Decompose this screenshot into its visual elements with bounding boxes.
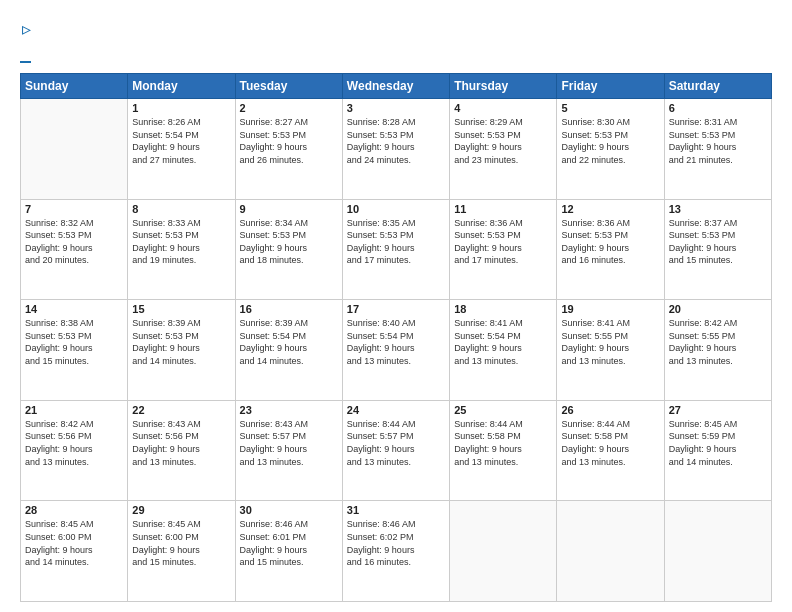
day-number: 5 — [561, 102, 659, 114]
page: ▹ SundayMondayTuesdayWednesdayThursdayFr… — [0, 0, 792, 612]
day-number: 6 — [669, 102, 767, 114]
day-info: Sunrise: 8:36 AMSunset: 5:53 PMDaylight:… — [561, 217, 659, 267]
day-info: Sunrise: 8:46 AMSunset: 6:01 PMDaylight:… — [240, 518, 338, 568]
day-number: 17 — [347, 303, 445, 315]
day-number: 30 — [240, 504, 338, 516]
day-info: Sunrise: 8:44 AMSunset: 5:57 PMDaylight:… — [347, 418, 445, 468]
calendar-cell: 27Sunrise: 8:45 AMSunset: 5:59 PMDayligh… — [664, 400, 771, 501]
day-number: 28 — [25, 504, 123, 516]
day-number: 4 — [454, 102, 552, 114]
calendar-cell: 11Sunrise: 8:36 AMSunset: 5:53 PMDayligh… — [450, 199, 557, 300]
calendar-cell — [21, 99, 128, 200]
day-info: Sunrise: 8:44 AMSunset: 5:58 PMDaylight:… — [454, 418, 552, 468]
day-number: 10 — [347, 203, 445, 215]
calendar-cell: 29Sunrise: 8:45 AMSunset: 6:00 PMDayligh… — [128, 501, 235, 602]
calendar-cell: 22Sunrise: 8:43 AMSunset: 5:56 PMDayligh… — [128, 400, 235, 501]
calendar-cell: 4Sunrise: 8:29 AMSunset: 5:53 PMDaylight… — [450, 99, 557, 200]
day-number: 8 — [132, 203, 230, 215]
weekday-header-tuesday: Tuesday — [235, 74, 342, 99]
day-number: 22 — [132, 404, 230, 416]
week-row-1: 1Sunrise: 8:26 AMSunset: 5:54 PMDaylight… — [21, 99, 772, 200]
calendar-cell: 23Sunrise: 8:43 AMSunset: 5:57 PMDayligh… — [235, 400, 342, 501]
calendar-cell: 19Sunrise: 8:41 AMSunset: 5:55 PMDayligh… — [557, 300, 664, 401]
calendar-cell: 1Sunrise: 8:26 AMSunset: 5:54 PMDaylight… — [128, 99, 235, 200]
calendar-cell: 15Sunrise: 8:39 AMSunset: 5:53 PMDayligh… — [128, 300, 235, 401]
calendar-cell: 20Sunrise: 8:42 AMSunset: 5:55 PMDayligh… — [664, 300, 771, 401]
day-number: 2 — [240, 102, 338, 114]
day-info: Sunrise: 8:32 AMSunset: 5:53 PMDaylight:… — [25, 217, 123, 267]
day-info: Sunrise: 8:26 AMSunset: 5:54 PMDaylight:… — [132, 116, 230, 166]
week-row-5: 28Sunrise: 8:45 AMSunset: 6:00 PMDayligh… — [21, 501, 772, 602]
day-info: Sunrise: 8:41 AMSunset: 5:55 PMDaylight:… — [561, 317, 659, 367]
day-info: Sunrise: 8:45 AMSunset: 5:59 PMDaylight:… — [669, 418, 767, 468]
calendar-cell: 16Sunrise: 8:39 AMSunset: 5:54 PMDayligh… — [235, 300, 342, 401]
day-number: 19 — [561, 303, 659, 315]
calendar-cell: 31Sunrise: 8:46 AMSunset: 6:02 PMDayligh… — [342, 501, 449, 602]
day-info: Sunrise: 8:37 AMSunset: 5:53 PMDaylight:… — [669, 217, 767, 267]
day-info: Sunrise: 8:42 AMSunset: 5:56 PMDaylight:… — [25, 418, 123, 468]
calendar-cell: 28Sunrise: 8:45 AMSunset: 6:00 PMDayligh… — [21, 501, 128, 602]
day-number: 27 — [669, 404, 767, 416]
day-info: Sunrise: 8:45 AMSunset: 6:00 PMDaylight:… — [132, 518, 230, 568]
day-number: 31 — [347, 504, 445, 516]
day-number: 16 — [240, 303, 338, 315]
weekday-header-sunday: Sunday — [21, 74, 128, 99]
calendar-cell: 5Sunrise: 8:30 AMSunset: 5:53 PMDaylight… — [557, 99, 664, 200]
day-info: Sunrise: 8:44 AMSunset: 5:58 PMDaylight:… — [561, 418, 659, 468]
day-number: 25 — [454, 404, 552, 416]
header: ▹ — [20, 18, 772, 63]
day-number: 1 — [132, 102, 230, 114]
calendar-cell — [664, 501, 771, 602]
calendar-cell: 21Sunrise: 8:42 AMSunset: 5:56 PMDayligh… — [21, 400, 128, 501]
day-info: Sunrise: 8:28 AMSunset: 5:53 PMDaylight:… — [347, 116, 445, 166]
calendar-cell: 25Sunrise: 8:44 AMSunset: 5:58 PMDayligh… — [450, 400, 557, 501]
day-info: Sunrise: 8:31 AMSunset: 5:53 PMDaylight:… — [669, 116, 767, 166]
calendar-cell: 17Sunrise: 8:40 AMSunset: 5:54 PMDayligh… — [342, 300, 449, 401]
calendar-cell: 12Sunrise: 8:36 AMSunset: 5:53 PMDayligh… — [557, 199, 664, 300]
calendar-cell: 26Sunrise: 8:44 AMSunset: 5:58 PMDayligh… — [557, 400, 664, 501]
day-number: 13 — [669, 203, 767, 215]
calendar-cell: 8Sunrise: 8:33 AMSunset: 5:53 PMDaylight… — [128, 199, 235, 300]
calendar-cell: 3Sunrise: 8:28 AMSunset: 5:53 PMDaylight… — [342, 99, 449, 200]
weekday-header-wednesday: Wednesday — [342, 74, 449, 99]
calendar-table: SundayMondayTuesdayWednesdayThursdayFrid… — [20, 73, 772, 602]
weekday-header-row: SundayMondayTuesdayWednesdayThursdayFrid… — [21, 74, 772, 99]
day-number: 14 — [25, 303, 123, 315]
calendar-cell: 30Sunrise: 8:46 AMSunset: 6:01 PMDayligh… — [235, 501, 342, 602]
day-info: Sunrise: 8:34 AMSunset: 5:53 PMDaylight:… — [240, 217, 338, 267]
calendar-cell: 10Sunrise: 8:35 AMSunset: 5:53 PMDayligh… — [342, 199, 449, 300]
weekday-header-monday: Monday — [128, 74, 235, 99]
day-info: Sunrise: 8:35 AMSunset: 5:53 PMDaylight:… — [347, 217, 445, 267]
day-number: 11 — [454, 203, 552, 215]
week-row-4: 21Sunrise: 8:42 AMSunset: 5:56 PMDayligh… — [21, 400, 772, 501]
day-info: Sunrise: 8:39 AMSunset: 5:53 PMDaylight:… — [132, 317, 230, 367]
day-info: Sunrise: 8:45 AMSunset: 6:00 PMDaylight:… — [25, 518, 123, 568]
logo-bird-icon: ▹ — [22, 18, 31, 40]
day-number: 12 — [561, 203, 659, 215]
calendar-cell — [557, 501, 664, 602]
day-info: Sunrise: 8:39 AMSunset: 5:54 PMDaylight:… — [240, 317, 338, 367]
calendar-cell: 7Sunrise: 8:32 AMSunset: 5:53 PMDaylight… — [21, 199, 128, 300]
day-number: 15 — [132, 303, 230, 315]
day-info: Sunrise: 8:29 AMSunset: 5:53 PMDaylight:… — [454, 116, 552, 166]
day-info: Sunrise: 8:42 AMSunset: 5:55 PMDaylight:… — [669, 317, 767, 367]
calendar-cell: 2Sunrise: 8:27 AMSunset: 5:53 PMDaylight… — [235, 99, 342, 200]
weekday-header-saturday: Saturday — [664, 74, 771, 99]
week-row-2: 7Sunrise: 8:32 AMSunset: 5:53 PMDaylight… — [21, 199, 772, 300]
day-info: Sunrise: 8:43 AMSunset: 5:57 PMDaylight:… — [240, 418, 338, 468]
calendar-cell — [450, 501, 557, 602]
day-number: 9 — [240, 203, 338, 215]
day-number: 29 — [132, 504, 230, 516]
day-info: Sunrise: 8:46 AMSunset: 6:02 PMDaylight:… — [347, 518, 445, 568]
calendar-cell: 24Sunrise: 8:44 AMSunset: 5:57 PMDayligh… — [342, 400, 449, 501]
weekday-header-thursday: Thursday — [450, 74, 557, 99]
day-info: Sunrise: 8:33 AMSunset: 5:53 PMDaylight:… — [132, 217, 230, 267]
calendar-cell: 14Sunrise: 8:38 AMSunset: 5:53 PMDayligh… — [21, 300, 128, 401]
day-number: 23 — [240, 404, 338, 416]
calendar-cell: 6Sunrise: 8:31 AMSunset: 5:53 PMDaylight… — [664, 99, 771, 200]
day-number: 26 — [561, 404, 659, 416]
day-info: Sunrise: 8:27 AMSunset: 5:53 PMDaylight:… — [240, 116, 338, 166]
day-number: 24 — [347, 404, 445, 416]
day-info: Sunrise: 8:38 AMSunset: 5:53 PMDaylight:… — [25, 317, 123, 367]
calendar-cell: 9Sunrise: 8:34 AMSunset: 5:53 PMDaylight… — [235, 199, 342, 300]
